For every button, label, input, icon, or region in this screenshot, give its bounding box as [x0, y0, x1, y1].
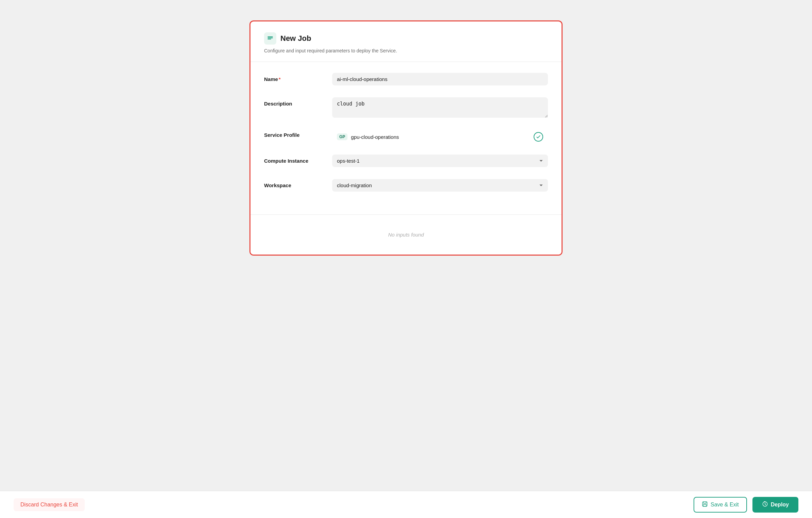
workspace-label: Workspace — [264, 179, 332, 188]
service-profile-display[interactable]: GP gpu-cloud-operations — [332, 129, 548, 145]
footer-bar: Discard Changes & Exit Save & Exit Dep — [0, 491, 812, 518]
card-title-row: New Job — [264, 32, 548, 45]
workspace-select[interactable]: cloud-migration — [332, 179, 548, 192]
compute-instance-row: Compute Instance ops-test-1 — [264, 155, 548, 169]
name-row: Name* — [264, 73, 548, 88]
no-inputs-text: No inputs found — [264, 232, 548, 238]
workspace-control-wrap: cloud-migration — [332, 179, 548, 192]
required-indicator: * — [279, 76, 281, 82]
service-profile-name: gpu-cloud-operations — [351, 134, 530, 140]
description-control-wrap: cloud job — [332, 97, 548, 119]
description-label: Description — [264, 97, 332, 107]
card-subtitle: Configure and input required parameters … — [264, 48, 548, 53]
deploy-button[interactable]: Deploy — [752, 497, 798, 513]
name-input[interactable] — [332, 73, 548, 85]
card-header: New Job Configure and input required par… — [250, 21, 562, 62]
form-body: Name* Description cloud job Service Prof… — [250, 62, 562, 214]
save-icon — [702, 501, 708, 508]
name-label: Name* — [264, 73, 332, 82]
new-job-icon — [264, 32, 276, 45]
card-title: New Job — [280, 34, 311, 43]
form-card: New Job Configure and input required par… — [249, 20, 563, 256]
compute-instance-control-wrap: ops-test-1 — [332, 155, 548, 167]
main-content: New Job Configure and input required par… — [0, 0, 812, 491]
deploy-icon — [762, 501, 768, 508]
compute-instance-label: Compute Instance — [264, 155, 332, 164]
no-inputs-section: No inputs found — [250, 215, 562, 255]
service-profile-control-wrap: GP gpu-cloud-operations — [332, 129, 548, 145]
workspace-row: Workspace cloud-migration — [264, 179, 548, 194]
compute-instance-select[interactable]: ops-test-1 — [332, 155, 548, 167]
service-profile-row: Service Profile GP gpu-cloud-operations — [264, 129, 548, 145]
save-exit-button[interactable]: Save & Exit — [694, 497, 747, 513]
footer-right-actions: Save & Exit Deploy — [694, 497, 798, 513]
gp-badge: GP — [337, 133, 347, 140]
check-circle-icon — [534, 132, 543, 142]
discard-changes-button[interactable]: Discard Changes & Exit — [14, 498, 85, 511]
description-row: Description cloud job — [264, 97, 548, 119]
description-textarea[interactable]: cloud job — [332, 97, 548, 118]
service-profile-label: Service Profile — [264, 129, 332, 138]
name-control-wrap — [332, 73, 548, 85]
